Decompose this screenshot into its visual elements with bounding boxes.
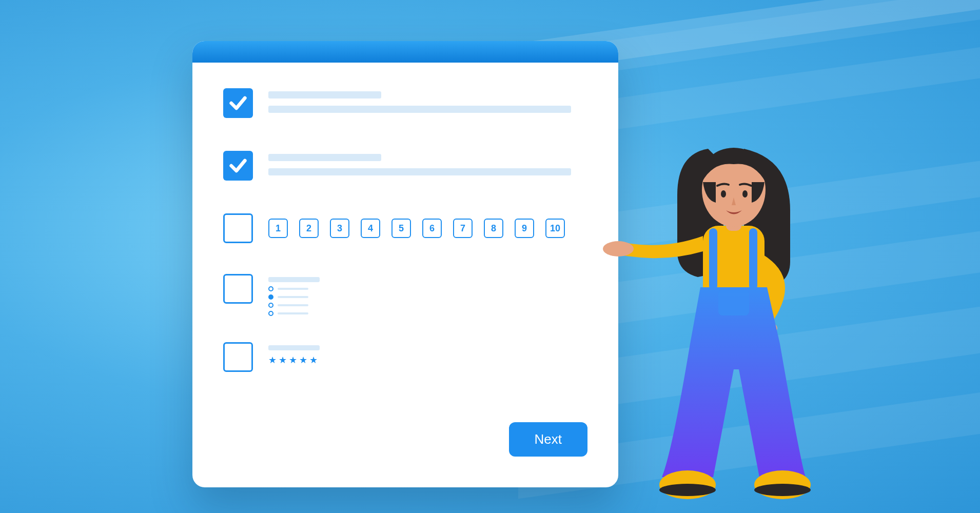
star-icon[interactable]: ★ xyxy=(268,354,277,366)
question-row xyxy=(223,88,587,120)
svg-point-6 xyxy=(659,470,716,499)
scale-option[interactable]: 2 xyxy=(299,219,319,238)
svg-rect-10 xyxy=(726,210,741,231)
scale-option[interactable]: 9 xyxy=(515,219,534,238)
radio-group xyxy=(268,286,587,316)
svg-rect-5 xyxy=(718,290,749,315)
question-row: ★ ★ ★ ★ ★ xyxy=(223,342,587,372)
radio-option[interactable] xyxy=(268,311,587,316)
scale-option[interactable]: 4 xyxy=(361,219,380,238)
question-content xyxy=(268,151,587,183)
star-icon[interactable]: ★ xyxy=(299,354,307,366)
checkbox-unchecked[interactable] xyxy=(223,213,253,243)
svg-point-9 xyxy=(754,484,811,496)
placeholder-line xyxy=(268,168,571,175)
checkbox-checked[interactable] xyxy=(223,151,253,181)
checkmark-icon xyxy=(228,93,248,113)
checkbox-unchecked[interactable] xyxy=(223,342,253,372)
star-rating: ★ ★ ★ ★ ★ xyxy=(268,354,587,366)
placeholder-line xyxy=(268,106,571,113)
question-content: 1 2 3 4 5 6 7 8 9 10 xyxy=(268,213,587,238)
placeholder-line xyxy=(268,345,320,350)
checkbox-unchecked[interactable] xyxy=(223,274,253,304)
placeholder-line xyxy=(268,91,381,98)
radio-option[interactable] xyxy=(268,303,587,308)
rating-scale: 1 2 3 4 5 6 7 8 9 10 xyxy=(268,219,587,238)
question-row xyxy=(223,151,587,183)
svg-point-7 xyxy=(659,484,716,496)
question-content xyxy=(268,274,587,319)
scale-option[interactable]: 5 xyxy=(391,219,411,238)
question-row xyxy=(223,274,587,319)
svg-rect-2 xyxy=(703,226,765,303)
svg-point-1 xyxy=(747,320,777,337)
star-icon[interactable]: ★ xyxy=(279,354,287,366)
scale-option[interactable]: 10 xyxy=(545,219,565,238)
radio-option[interactable] xyxy=(268,294,587,300)
scale-option[interactable]: 6 xyxy=(422,219,442,238)
svg-point-11 xyxy=(702,153,766,227)
scale-option[interactable]: 3 xyxy=(330,219,349,238)
svg-rect-4 xyxy=(749,228,757,290)
radio-option[interactable] xyxy=(268,286,587,291)
question-content xyxy=(268,88,587,120)
svg-rect-3 xyxy=(709,228,717,290)
star-icon[interactable]: ★ xyxy=(309,354,318,366)
svg-point-8 xyxy=(754,470,811,499)
survey-card: 1 2 3 4 5 6 7 8 9 10 xyxy=(192,41,618,487)
scale-option[interactable]: 8 xyxy=(484,219,503,238)
next-button[interactable]: Next xyxy=(509,422,587,457)
svg-point-12 xyxy=(721,190,726,198)
scale-option[interactable]: 7 xyxy=(453,219,473,238)
checkbox-checked[interactable] xyxy=(223,88,253,118)
star-icon[interactable]: ★ xyxy=(289,354,297,366)
placeholder-line xyxy=(268,277,320,282)
question-row: 1 2 3 4 5 6 7 8 9 10 xyxy=(223,213,587,243)
card-title-bar xyxy=(192,41,618,63)
presenter-character xyxy=(646,133,821,503)
svg-point-13 xyxy=(742,190,748,198)
checkmark-icon xyxy=(228,155,248,176)
placeholder-line xyxy=(268,154,381,161)
question-content: ★ ★ ★ ★ ★ xyxy=(268,342,587,366)
scale-option[interactable]: 1 xyxy=(268,219,288,238)
